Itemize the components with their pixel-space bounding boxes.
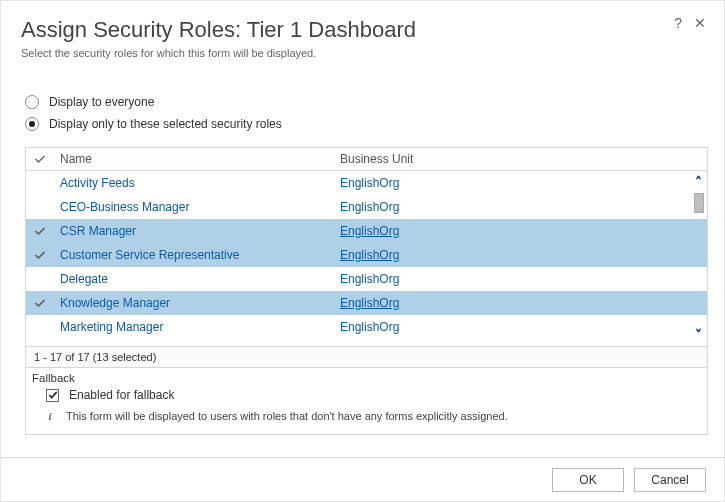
role-name-link[interactable]: Activity Feeds (60, 176, 135, 190)
radio-icon (25, 117, 39, 131)
cancel-button[interactable]: Cancel (634, 468, 706, 492)
role-name-link[interactable]: CEO-Business Manager (60, 200, 189, 214)
table-header: Name Business Unit (26, 148, 707, 171)
row-check-icon (26, 225, 54, 237)
help-icon[interactable]: ? (674, 15, 682, 31)
row-check-icon (26, 297, 54, 309)
row-check-icon (26, 177, 54, 189)
row-check-icon (26, 201, 54, 213)
column-header-name[interactable]: Name (54, 152, 334, 166)
scroll-thumb[interactable] (694, 193, 704, 213)
table-row[interactable]: CEO-Business ManagerEnglishOrg (26, 195, 707, 219)
info-icon: i (42, 408, 58, 424)
roles-table: Name Business Unit Activity FeedsEnglish… (25, 147, 708, 368)
table-row[interactable]: Activity FeedsEnglishOrg (26, 171, 707, 195)
fallback-section: Fallback Enabled for fallback i This for… (25, 368, 708, 435)
radio-display-everyone[interactable]: Display to everyone (25, 95, 700, 109)
radio-display-selected[interactable]: Display only to these selected security … (25, 117, 700, 131)
dialog-header: Assign Security Roles: Tier 1 Dashboard … (1, 1, 724, 67)
table-body: Activity FeedsEnglishOrgCEO-Business Man… (26, 171, 707, 346)
scroll-up-icon[interactable]: ˄ (695, 175, 702, 189)
table-row[interactable]: DelegateEnglishOrg (26, 267, 707, 291)
display-options: Display to everyone Display only to thes… (1, 67, 724, 145)
fallback-checkbox[interactable] (46, 389, 59, 402)
business-unit-link[interactable]: EnglishOrg (340, 272, 399, 286)
column-header-bu[interactable]: Business Unit (334, 152, 687, 166)
select-all-checkbox[interactable] (26, 153, 54, 165)
ok-button[interactable]: OK (552, 468, 624, 492)
table-row[interactable]: Marketing ManagerEnglishOrg (26, 315, 707, 339)
row-check-icon (26, 273, 54, 285)
business-unit-link[interactable]: EnglishOrg (340, 200, 399, 214)
role-name-link[interactable]: Marketing Manager (60, 320, 163, 334)
dialog-footer: OK Cancel (1, 457, 724, 501)
table-row[interactable]: Knowledge ManagerEnglishOrg (26, 291, 707, 315)
radio-icon (25, 95, 39, 109)
table-status: 1 - 17 of 17 (13 selected) (26, 346, 707, 367)
role-name-link[interactable]: Knowledge Manager (60, 296, 170, 310)
close-icon[interactable]: ✕ (694, 15, 706, 31)
dialog-subtitle: Select the security roles for which this… (21, 47, 704, 59)
scroll-down-icon[interactable]: ˅ (695, 328, 702, 342)
role-name-link[interactable]: Delegate (60, 272, 108, 286)
table-row[interactable]: Customer Service RepresentativeEnglishOr… (26, 243, 707, 267)
business-unit-link[interactable]: EnglishOrg (340, 248, 399, 262)
scrollbar[interactable]: ˄ ˅ (689, 171, 707, 346)
radio-label-everyone: Display to everyone (49, 95, 154, 109)
table-row[interactable]: CSR ManagerEnglishOrg (26, 219, 707, 243)
fallback-title: Fallback (32, 372, 701, 384)
business-unit-link[interactable]: EnglishOrg (340, 320, 399, 334)
business-unit-link[interactable]: EnglishOrg (340, 296, 399, 310)
role-name-link[interactable]: Customer Service Representative (60, 248, 239, 262)
fallback-note: This form will be displayed to users wit… (66, 410, 508, 422)
radio-label-selected: Display only to these selected security … (49, 117, 282, 131)
dialog-title: Assign Security Roles: Tier 1 Dashboard (21, 17, 704, 43)
row-check-icon (26, 249, 54, 261)
business-unit-link[interactable]: EnglishOrg (340, 224, 399, 238)
fallback-label: Enabled for fallback (69, 388, 174, 402)
row-check-icon (26, 321, 54, 333)
business-unit-link[interactable]: EnglishOrg (340, 176, 399, 190)
role-name-link[interactable]: CSR Manager (60, 224, 136, 238)
